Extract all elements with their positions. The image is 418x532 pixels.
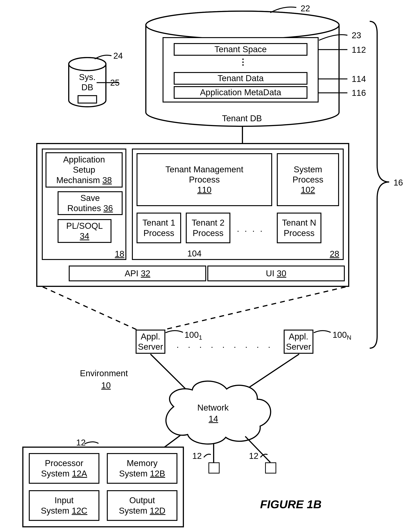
tenant-space-label: Tenant Space [214, 44, 267, 54]
ref-100-n: 100N [333, 330, 351, 341]
t1-l1: Tenant 1 [142, 218, 175, 228]
ref-12-a: 12 [192, 451, 202, 461]
ref-14: 14 [209, 414, 218, 424]
appl-server-dots: . . . . . . . . . [176, 340, 274, 350]
svg-point-0 [146, 11, 339, 39]
app-setup-l2: Setup [73, 165, 95, 175]
client-small-1 [209, 462, 220, 474]
ref-16: 16 [394, 178, 403, 187]
sysproc-l1: System [294, 164, 322, 175]
svg-point-1 [146, 11, 339, 39]
appl-server-1-l2: Server [138, 342, 163, 352]
svg-line-10 [43, 287, 137, 330]
save-l2: Routines 36 [67, 203, 113, 213]
plsoql-l1: PL/SOQL [66, 221, 103, 231]
figure-title: FIGURE 1B [260, 498, 322, 511]
ref-104: 104 [187, 249, 202, 258]
mem-l2: System 12B [119, 468, 165, 479]
t2-box: Tenant 2 Process [186, 213, 230, 243]
appl-server-1: Appl. Server [136, 330, 165, 354]
app-setup-box: Application Setup Mechanism 38 [46, 152, 123, 188]
ui-box: UI 30 [207, 266, 345, 281]
proc-l1: Processor [45, 458, 83, 468]
processor-box: Processor System 12A [29, 453, 99, 484]
tmp-ref: 110 [197, 185, 212, 195]
out-l1: Output [129, 495, 155, 505]
sysproc-box: System Process 102 [277, 153, 339, 206]
sys-db-l1: Sys. [79, 72, 95, 82]
t2-l1: Tenant 2 [192, 218, 224, 228]
appl-server-n: Appl. Server [284, 330, 314, 354]
tenant-proc-dots: . . . . [237, 224, 264, 234]
client-small-2 [265, 462, 276, 474]
ref-22: 22 [301, 4, 310, 13]
tmp-l2: Process [189, 175, 220, 185]
ref-25: 25 [110, 78, 120, 88]
ref-112: 112 [352, 45, 366, 55]
ref-24: 24 [113, 51, 123, 60]
input-box: Input System 12C [29, 490, 99, 521]
svg-line-13 [237, 354, 299, 396]
app-metadata-label: Application MetaData [200, 87, 281, 98]
svg-line-12 [151, 354, 192, 396]
plsoql-ref: 34 [80, 231, 89, 241]
ref-12-main: 12 [76, 438, 86, 447]
in-l1: Input [55, 495, 74, 505]
svg-rect-7 [78, 96, 97, 103]
mem-l1: Memory [127, 458, 158, 468]
api-label: API 32 [125, 268, 150, 279]
out-l2: System 12D [119, 506, 165, 516]
app-metadata-box: Application MetaData [174, 86, 307, 99]
save-l1: Save [81, 193, 100, 203]
svg-line-11 [164, 287, 346, 330]
tmp-l1: Tenant Management [165, 164, 243, 175]
ref-116: 116 [352, 88, 366, 98]
svg-point-6 [69, 57, 106, 70]
ref-100-1: 1001 [185, 330, 202, 341]
plsoql-box: PL/SOQL 34 [58, 219, 111, 243]
tenant-db-label: Tenant DB [222, 114, 262, 123]
tenant-space-box: Tenant Space [174, 43, 307, 56]
t2-l2: Process [193, 228, 223, 238]
api-box: API 32 [69, 266, 206, 281]
ref-10: 10 [101, 381, 111, 390]
t1-l2: Process [143, 228, 174, 238]
memory-box: Memory System 12B [107, 453, 177, 484]
t1-box: Tenant 1 Process [137, 213, 181, 243]
env-label: Environment [80, 369, 128, 378]
tn-box: Tenant N Process [277, 213, 321, 243]
sysproc-l2: Process [292, 175, 323, 185]
tmp-box: Tenant Management Process 110 [137, 153, 272, 206]
svg-point-5 [69, 57, 106, 70]
proc-l2: System 12A [41, 468, 87, 479]
ui-label: UI 30 [266, 268, 286, 279]
app-setup-l1: Application [63, 155, 105, 165]
sysproc-ref: 102 [301, 185, 315, 195]
ref-23: 23 [352, 31, 361, 40]
tenant-data-box: Tenant Data [174, 72, 307, 85]
tenant-data-label: Tenant Data [218, 73, 264, 83]
tn-l1: Tenant N [282, 218, 316, 228]
ref-18: 18 [115, 249, 124, 259]
save-routines-box: Save Routines 36 [58, 191, 123, 215]
tenant-db-vdots: ⋮ [239, 57, 248, 67]
sys-db-l2: DB [81, 83, 93, 92]
appl-server-n-l1: Appl. [289, 331, 308, 342]
output-box: Output System 12D [107, 490, 177, 521]
appl-server-n-l2: Server [286, 342, 311, 352]
ref-114: 114 [352, 74, 366, 84]
app-setup-l3: Mechanism 38 [56, 175, 112, 185]
ref-28: 28 [330, 249, 339, 259]
tn-l2: Process [284, 228, 314, 238]
network-label: Network [197, 403, 229, 412]
in-l2: System 12C [41, 506, 88, 516]
appl-server-1-l1: Appl. [141, 331, 160, 342]
ref-12-b: 12 [249, 451, 258, 461]
